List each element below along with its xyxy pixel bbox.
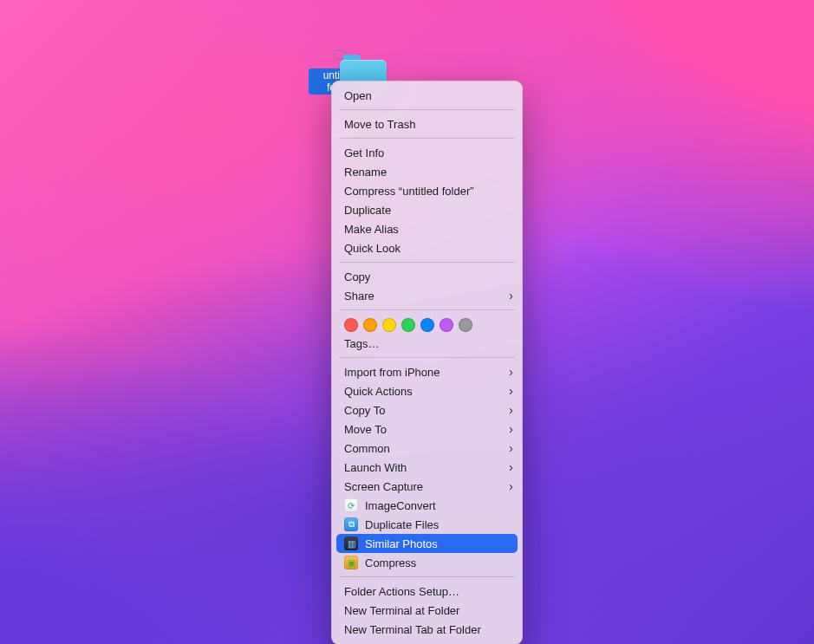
- menu-copy[interactable]: Copy: [332, 267, 522, 286]
- separator: [339, 138, 515, 139]
- menu-make-alias[interactable]: Make Alias: [332, 219, 522, 238]
- separator: [339, 309, 515, 310]
- menu-image-convert[interactable]: ⟳ImageConvert: [332, 496, 522, 515]
- menu-move-to[interactable]: Move To: [332, 420, 522, 439]
- tag-color-6[interactable]: [459, 318, 472, 332]
- separator: [339, 109, 515, 110]
- compress-icon: ▣: [344, 556, 358, 569]
- menu-compress-folder[interactable]: Compress “untitled folder”: [332, 181, 522, 200]
- separator: [339, 357, 515, 358]
- menu-share[interactable]: Share: [332, 286, 522, 305]
- tag-color-4[interactable]: [420, 318, 434, 332]
- menu-new-terminal[interactable]: New Terminal at Folder: [332, 601, 522, 620]
- tag-color-row: [332, 315, 522, 334]
- menu-launch-with[interactable]: Launch With: [332, 458, 522, 477]
- menu-similar-photos[interactable]: ▥Similar Photos: [336, 534, 518, 553]
- menu-common[interactable]: Common: [332, 439, 522, 458]
- separator: [339, 262, 515, 263]
- menu-open[interactable]: Open: [332, 86, 522, 105]
- menu-compress[interactable]: ▣Compress: [332, 553, 522, 572]
- menu-copy-to[interactable]: Copy To: [332, 400, 522, 420]
- menu-import-iphone[interactable]: Import from iPhone: [332, 362, 522, 381]
- menu-rename[interactable]: Rename: [332, 162, 522, 181]
- menu-screen-capture[interactable]: Screen Capture: [332, 477, 522, 496]
- menu-quick-actions[interactable]: Quick Actions: [332, 381, 522, 400]
- menu-move-to-trash[interactable]: Move to Trash: [332, 114, 522, 133]
- separator: [339, 576, 515, 577]
- duplicate-files-icon: ⧉: [344, 517, 358, 531]
- similar-photos-icon: ▥: [344, 537, 358, 550]
- tag-color-5[interactable]: [440, 318, 453, 332]
- tag-color-0[interactable]: [344, 318, 358, 332]
- menu-duplicate[interactable]: Duplicate: [332, 200, 522, 219]
- menu-new-terminal-tab[interactable]: New Terminal Tab at Folder: [332, 620, 522, 639]
- tag-color-1[interactable]: [363, 318, 377, 332]
- tag-color-3[interactable]: [401, 318, 415, 332]
- menu-tags[interactable]: Tags…: [332, 334, 522, 353]
- imageconvert-icon: ⟳: [344, 498, 358, 512]
- menu-duplicate-files[interactable]: ⧉Duplicate Files: [332, 515, 522, 534]
- menu-get-info[interactable]: Get Info: [332, 143, 522, 162]
- menu-quick-look[interactable]: Quick Look: [332, 238, 522, 257]
- menu-folder-actions-setup[interactable]: Folder Actions Setup…: [332, 582, 522, 601]
- context-menu: Open Move to Trash Get Info Rename Compr…: [331, 81, 523, 644]
- tag-color-2[interactable]: [382, 318, 396, 332]
